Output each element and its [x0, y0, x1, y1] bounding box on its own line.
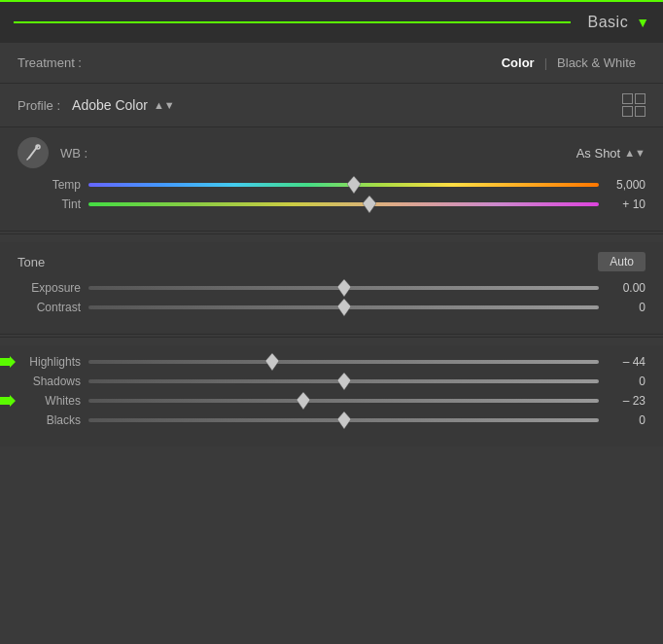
treatment-label: Treatment : — [17, 55, 82, 70]
grid-cell-3 — [622, 106, 633, 117]
wb-value-text: As Shot — [576, 146, 621, 161]
tone-title: Tone — [17, 255, 45, 269]
whites-arrow-icon — [0, 395, 16, 407]
svg-marker-5 — [337, 279, 351, 297]
highlights-arrow-icon — [0, 356, 16, 368]
tint-value: + 10 — [607, 197, 646, 211]
shadows-slider-row: Shadows 0 — [17, 375, 646, 388]
tone-auto-btn[interactable]: Auto — [598, 252, 646, 271]
svg-marker-3 — [347, 176, 361, 194]
highlights-value: – 44 — [607, 355, 646, 369]
eyedropper-btn[interactable] — [17, 137, 49, 168]
eyedropper-icon — [24, 144, 42, 161]
exposure-slider-row: Exposure 0.00 — [17, 281, 646, 295]
profile-label: Profile : — [17, 98, 60, 113]
svg-marker-4 — [363, 196, 376, 213]
whites-track — [88, 399, 599, 403]
temp-track — [88, 183, 599, 187]
whites-row-wrap: Whites – 23 — [17, 394, 646, 408]
tint-label: Tint — [17, 197, 81, 211]
blacks-slider-row: Blacks 0 — [17, 413, 646, 427]
whites-label: Whites — [17, 394, 81, 408]
section-divider-1 — [0, 233, 663, 234]
tone-header: Tone Auto — [17, 252, 646, 271]
contrast-value: 0 — [607, 301, 646, 314]
svg-marker-9 — [337, 373, 351, 390]
temp-slider[interactable] — [88, 178, 599, 192]
whites-value: – 23 — [607, 394, 646, 408]
panel-collapse-arrow[interactable]: ▼ — [636, 15, 649, 30]
wb-dropdown-arrow: ▲▼ — [624, 147, 646, 159]
profile-value: Adobe Color — [72, 97, 148, 113]
svg-line-1 — [27, 158, 29, 160]
wb-section: WB : As Shot ▲▼ Temp 5,000 Tint — [0, 127, 663, 232]
whites-thumb[interactable] — [297, 392, 310, 410]
shadows-slider[interactable] — [88, 375, 599, 388]
hswb-section: Highlights – 44 Shadows — [0, 345, 663, 447]
contrast-slider[interactable] — [88, 301, 599, 314]
tone-section: Tone Auto Exposure 0.00 Contrast — [0, 242, 663, 335]
grid-cell-1 — [622, 93, 633, 104]
tint-thumb[interactable] — [363, 196, 376, 213]
panel-header: Basic ▼ — [0, 0, 663, 43]
svg-marker-11 — [297, 392, 310, 410]
profile-dropdown-arrow: ▲▼ — [154, 99, 175, 111]
profile-browser-btn[interactable] — [622, 93, 646, 117]
profile-select[interactable]: Adobe Color ▲▼ — [72, 97, 175, 113]
highlights-slider[interactable] — [88, 355, 599, 369]
treatment-row: Treatment : Color | Black & White — [0, 43, 663, 84]
basic-panel: Basic ▼ Treatment : Color | Black & Whit… — [0, 0, 663, 644]
blacks-label: Blacks — [17, 413, 81, 427]
wb-left: WB : — [17, 137, 87, 168]
wb-label: WB : — [60, 146, 87, 161]
highlights-label: Highlights — [17, 355, 81, 369]
contrast-slider-row: Contrast 0 — [17, 301, 646, 314]
whites-slider[interactable] — [88, 394, 599, 408]
wb-select[interactable]: As Shot ▲▼ — [576, 146, 646, 161]
contrast-label: Contrast — [17, 301, 81, 314]
highlights-track — [88, 360, 599, 364]
blacks-thumb[interactable] — [337, 411, 351, 429]
exposure-label: Exposure — [17, 281, 81, 295]
temp-thumb[interactable] — [347, 176, 361, 194]
profile-row: Profile : Adobe Color ▲▼ — [0, 84, 663, 127]
tint-slider-row: Tint + 10 — [17, 197, 646, 211]
treatment-options: Color | Black & White — [492, 53, 646, 73]
blacks-slider[interactable] — [88, 413, 599, 427]
svg-marker-6 — [337, 299, 351, 316]
temp-label: Temp — [17, 178, 81, 192]
tint-track — [88, 202, 599, 206]
svg-marker-10 — [0, 395, 16, 407]
exposure-thumb[interactable] — [337, 279, 351, 297]
grid-cell-2 — [635, 93, 646, 104]
whites-slider-row: Whites – 23 — [17, 394, 646, 408]
panel-title: Basic — [588, 14, 629, 31]
section-divider-2 — [0, 337, 663, 338]
contrast-thumb[interactable] — [337, 299, 351, 316]
exposure-slider[interactable] — [88, 281, 599, 295]
wb-row: WB : As Shot ▲▼ — [17, 137, 646, 168]
shadows-value: 0 — [607, 375, 646, 388]
treatment-color-btn[interactable]: Color — [492, 53, 544, 73]
shadows-label: Shadows — [17, 375, 81, 388]
blacks-value: 0 — [607, 413, 646, 427]
svg-marker-12 — [337, 411, 351, 429]
highlights-arrow-indicator — [0, 356, 16, 368]
temp-value: 5,000 — [607, 178, 646, 192]
grid-cell-4 — [635, 106, 646, 117]
svg-marker-7 — [0, 356, 16, 368]
whites-arrow-indicator — [0, 395, 16, 407]
highlights-slider-row: Highlights – 44 — [17, 355, 646, 369]
shadows-thumb[interactable] — [337, 373, 351, 390]
svg-marker-8 — [265, 353, 279, 371]
highlights-row-wrap: Highlights – 44 — [17, 355, 646, 369]
tint-slider[interactable] — [88, 197, 599, 211]
highlights-thumb[interactable] — [265, 353, 279, 371]
temp-slider-row: Temp 5,000 — [17, 178, 646, 192]
treatment-bw-btn[interactable]: Black & White — [547, 53, 646, 73]
exposure-value: 0.00 — [607, 281, 646, 295]
